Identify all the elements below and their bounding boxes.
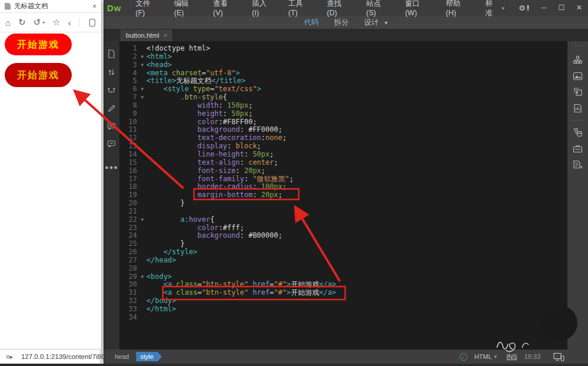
dock-handle-icon[interactable]: ·· xyxy=(574,42,581,48)
line-number[interactable]: 12 xyxy=(119,134,137,142)
code-line[interactable]: 11 background: #FF0000; xyxy=(119,126,567,134)
code-line[interactable]: 27</head> xyxy=(119,257,567,265)
menu-item[interactable]: 站点(S) xyxy=(358,0,397,17)
window-size-icon[interactable] xyxy=(553,352,564,361)
menu-item[interactable]: 插入(I) xyxy=(244,0,280,17)
dom-panel-icon[interactable] xyxy=(573,160,583,169)
code-line[interactable]: 4<meta charset="utf-8"> xyxy=(119,69,567,78)
code-line[interactable]: 13 display: block; xyxy=(119,142,567,151)
fold-arrow-icon[interactable]: ▼ xyxy=(138,53,146,61)
more-options-icon[interactable]: ●●● xyxy=(105,164,118,171)
start-game-button-2[interactable]: 开始游戏 xyxy=(5,63,72,87)
line-number[interactable]: 17 xyxy=(119,175,137,184)
remove-comment-icon[interactable] xyxy=(107,140,116,148)
line-number[interactable]: 20 xyxy=(119,199,137,208)
document-tab[interactable]: button.html × xyxy=(121,29,172,41)
reload-icon[interactable]: ↻ xyxy=(18,17,26,28)
line-number[interactable]: 34 xyxy=(119,314,137,322)
undo-icon[interactable]: ↺ xyxy=(34,17,41,28)
code-line[interactable]: 16 font-size: 20px; xyxy=(119,167,567,175)
close-button[interactable]: ✕ xyxy=(570,0,588,16)
line-number[interactable]: 15 xyxy=(119,159,137,167)
code-line[interactable]: 3▼<head> xyxy=(119,61,567,69)
line-number[interactable]: 5 xyxy=(119,77,137,85)
line-number[interactable]: 22 xyxy=(119,216,137,224)
tab-code[interactable]: 代码 xyxy=(304,18,319,28)
line-number[interactable]: 31 xyxy=(119,289,137,297)
code-line[interactable]: 22▼ a:hover{ xyxy=(119,216,567,224)
apply-comment-icon[interactable] xyxy=(107,122,116,130)
assets-panel-icon[interactable] xyxy=(573,72,583,81)
line-number[interactable]: 27 xyxy=(119,257,137,265)
line-number[interactable]: 13 xyxy=(119,142,137,151)
line-number[interactable]: 21 xyxy=(119,208,137,216)
code-line[interactable]: 30 <a class="btn-style" href="#">开始游戏</a… xyxy=(119,281,567,289)
code-line[interactable]: 20 } xyxy=(119,199,567,208)
page-icon[interactable] xyxy=(89,19,95,26)
workspace-switcher[interactable]: 标准 ▾ xyxy=(477,0,513,18)
browser-tab[interactable]: 无标题文档 × xyxy=(0,0,101,13)
line-number[interactable]: 33 xyxy=(119,305,137,314)
start-game-button-1[interactable]: 开始游戏 xyxy=(5,34,72,55)
doc-type-label[interactable]: HTML xyxy=(475,353,492,360)
code-line[interactable]: 31 <a class="btn-style" href="#">开始游戏</a… xyxy=(119,289,567,297)
tag-selector-style[interactable]: style xyxy=(136,352,162,361)
line-number[interactable]: 28 xyxy=(119,265,137,273)
line-number[interactable]: 2 xyxy=(119,53,137,61)
line-number[interactable]: 23 xyxy=(119,224,137,232)
maximize-button[interactable]: ☐ xyxy=(553,0,570,16)
code-line[interactable]: 19 margin-bottom: 20px; xyxy=(119,191,567,199)
line-number[interactable]: 16 xyxy=(119,167,137,175)
live-code-icon[interactable] xyxy=(107,86,116,94)
fold-arrow-icon[interactable]: ▼ xyxy=(138,94,146,102)
line-number[interactable]: 29 xyxy=(119,273,137,281)
behaviors-panel-icon[interactable] xyxy=(573,145,583,153)
line-number[interactable]: 9 xyxy=(119,110,137,118)
minimize-button[interactable]: ─ xyxy=(535,0,553,16)
line-number[interactable]: 10 xyxy=(119,118,137,127)
files-panel-icon[interactable] xyxy=(573,55,583,65)
code-line[interactable]: 26 </style> xyxy=(119,248,567,257)
code-editor[interactable]: 1<!doctype html>2▼<html>3▼<head>4<meta c… xyxy=(119,41,567,350)
menu-item[interactable]: 帮助(H) xyxy=(437,0,477,17)
menu-item[interactable]: 查看(V) xyxy=(205,0,243,17)
line-number[interactable]: 4 xyxy=(119,69,137,78)
line-number[interactable]: 8 xyxy=(119,102,137,110)
code-line[interactable]: 14 line-height: 50px; xyxy=(119,151,567,159)
code-line[interactable]: 5<title>无标题文档</title> xyxy=(119,77,567,85)
line-number[interactable]: 19 xyxy=(119,191,137,199)
code-line[interactable]: 21 xyxy=(119,208,567,216)
insert-mode-indicator[interactable]: INS xyxy=(506,353,517,360)
undo-dropdown-caret-icon[interactable]: ▾ xyxy=(42,20,45,25)
line-number[interactable]: 3 xyxy=(119,61,137,69)
code-line[interactable]: 17 font-family: "微软雅黑"; xyxy=(119,175,567,184)
line-number[interactable]: 30 xyxy=(119,281,137,289)
fold-arrow-icon[interactable]: ▼ xyxy=(138,61,146,69)
line-number[interactable]: 24 xyxy=(119,232,137,240)
line-number[interactable]: 14 xyxy=(119,151,137,159)
doc-type-caret-icon[interactable]: ▾ xyxy=(495,354,497,360)
tab-split[interactable]: 拆分 xyxy=(334,18,349,28)
code-line[interactable]: 24 background: #B00000; xyxy=(119,232,567,240)
menu-item[interactable]: 窗口(W) xyxy=(397,0,437,17)
fold-arrow-icon[interactable]: ▼ xyxy=(138,216,146,224)
code-line[interactable]: 10 color:#F8FF00; xyxy=(119,118,567,127)
design-dropdown-caret-icon[interactable]: ▾ xyxy=(385,19,387,26)
code-line[interactable]: 7▼ .btn-style{ xyxy=(119,94,567,102)
cc-libraries-icon[interactable] xyxy=(573,104,582,113)
line-number[interactable]: 25 xyxy=(119,240,137,248)
menu-item[interactable]: 编辑(E) xyxy=(166,0,205,17)
open-documents-icon[interactable] xyxy=(108,49,115,58)
fold-arrow-icon[interactable]: ▼ xyxy=(138,85,146,94)
code-line[interactable]: 28 xyxy=(119,265,567,273)
code-line[interactable]: 6▼ <style type="text/css"> xyxy=(119,85,567,94)
code-line[interactable]: 9 height: 50px; xyxy=(119,110,567,118)
close-tab-icon[interactable]: × xyxy=(92,2,96,11)
back-icon[interactable]: ‹ xyxy=(68,18,71,28)
line-number[interactable]: 11 xyxy=(119,126,137,134)
tab-design[interactable]: 设计 xyxy=(364,18,379,28)
code-line[interactable]: 32</body> xyxy=(119,297,567,305)
line-number[interactable]: 32 xyxy=(119,297,137,305)
code-line[interactable]: 1<!doctype html> xyxy=(119,45,567,53)
line-number[interactable]: 18 xyxy=(119,183,137,191)
